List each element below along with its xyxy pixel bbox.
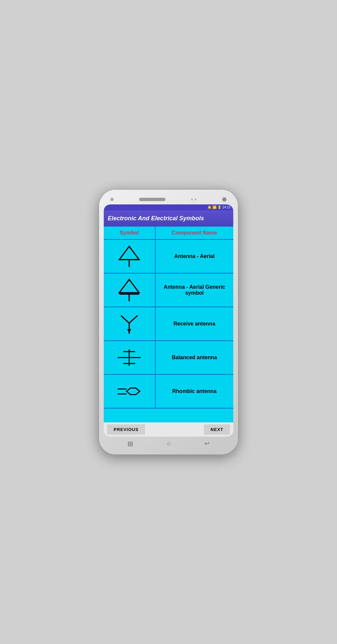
svg-line-6 bbox=[121, 316, 129, 323]
table-row: Rhombic antenna bbox=[104, 375, 233, 408]
next-button[interactable]: NEXT bbox=[204, 424, 230, 435]
content-area: Symbol Component Name Antenna - Aerial bbox=[104, 227, 233, 422]
name-cell: Antenna - Aerial Generic symbol bbox=[156, 274, 233, 307]
sensor-camera bbox=[222, 197, 227, 202]
symbol-cell bbox=[104, 240, 156, 273]
app-title: Electronic And Electrical Symbols bbox=[108, 215, 229, 222]
status-bar: 🔔 📶 🔋 14:15 bbox=[104, 204, 233, 210]
phone-device: 🔔 📶 🔋 14:15 Electronic And Electrical Sy… bbox=[99, 190, 238, 454]
menu-icon[interactable]: ▤ bbox=[128, 440, 133, 447]
symbol-cell bbox=[104, 375, 156, 408]
component-name: Receive antenna bbox=[173, 321, 215, 327]
signal-icon: 📶 bbox=[212, 205, 216, 209]
component-name: Rhombic antenna bbox=[172, 388, 216, 394]
sensors bbox=[191, 198, 197, 200]
balanced-antenna-symbol bbox=[116, 344, 142, 371]
symbol-col-header: Symbol bbox=[104, 227, 156, 239]
svg-marker-2 bbox=[119, 279, 139, 293]
component-name: Balanced antenna bbox=[172, 355, 217, 361]
name-cell: Receive antenna bbox=[156, 307, 233, 340]
component-name: Antenna - Aerial Generic symbol bbox=[160, 284, 229, 296]
name-col-header: Component Name bbox=[156, 227, 233, 239]
phone-screen: 🔔 📶 🔋 14:15 Electronic And Electrical Sy… bbox=[104, 204, 233, 437]
svg-marker-15 bbox=[127, 388, 140, 395]
receive-antenna-symbol bbox=[116, 311, 142, 337]
table-row: Balanced antenna bbox=[104, 341, 233, 375]
alarm-icon: 🔔 bbox=[207, 205, 211, 209]
svg-marker-8 bbox=[127, 329, 131, 333]
svg-line-7 bbox=[129, 316, 137, 323]
component-name: Antenna - Aerial bbox=[174, 253, 214, 259]
antenna-aerial-symbol bbox=[116, 243, 142, 270]
phone-top-bar bbox=[104, 196, 233, 204]
svg-marker-0 bbox=[119, 246, 139, 260]
name-cell: Rhombic antenna bbox=[156, 375, 233, 408]
table-header: Symbol Component Name bbox=[104, 227, 233, 240]
name-cell: Antenna - Aerial bbox=[156, 240, 233, 273]
front-camera bbox=[110, 198, 114, 201]
status-icons: 🔔 📶 🔋 14:15 bbox=[207, 205, 231, 209]
bottom-navigation: PREVIOUS NEXT bbox=[104, 422, 233, 437]
home-icon[interactable]: ⌂ bbox=[167, 440, 171, 447]
table-row: Receive antenna bbox=[104, 307, 233, 341]
back-icon[interactable]: ↩ bbox=[205, 440, 209, 447]
app-header: Electronic And Electrical Symbols bbox=[104, 210, 233, 227]
table-row: Antenna - Aerial Generic symbol bbox=[104, 274, 233, 307]
battery-icon: 🔋 bbox=[217, 205, 221, 209]
previous-button[interactable]: PREVIOUS bbox=[107, 424, 145, 435]
symbol-cell bbox=[104, 307, 156, 340]
symbol-cell bbox=[104, 341, 156, 374]
speaker bbox=[139, 198, 166, 201]
symbol-cell bbox=[104, 274, 156, 307]
table-row: Antenna - Aerial bbox=[104, 240, 233, 274]
antenna-aerial-generic-symbol bbox=[116, 277, 142, 303]
phone-bottom-bar: ▤ ⌂ ↩ bbox=[104, 437, 233, 449]
clock: 14:15 bbox=[222, 205, 231, 209]
name-cell: Balanced antenna bbox=[156, 341, 233, 374]
rhombic-antenna-symbol bbox=[116, 378, 142, 405]
